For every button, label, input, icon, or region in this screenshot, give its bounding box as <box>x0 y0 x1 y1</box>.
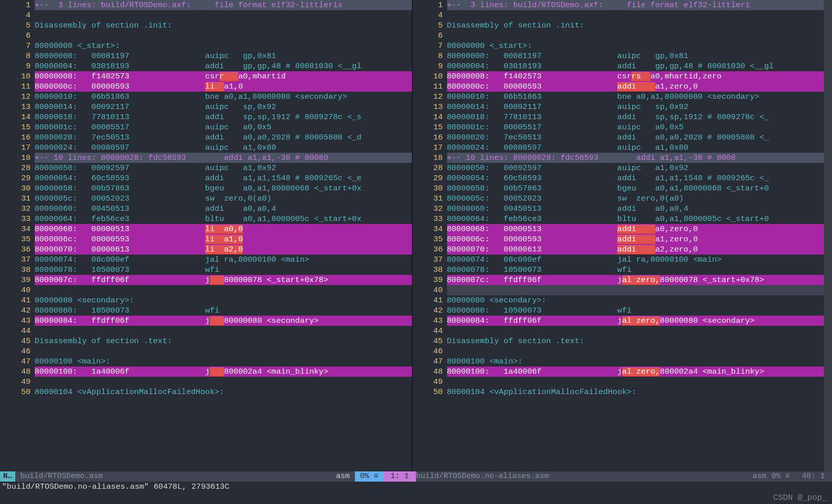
code-row[interactable]: 4280000080: 10500073 wfi <box>0 305 412 316</box>
code-row[interactable]: 780000000 <_start>: <box>0 41 412 51</box>
code-row[interactable]: 118000000c: 00000593 addi a1,zero,0 <box>412 81 824 92</box>
code-row[interactable]: 4880000100: 1a40006f jal zero,800002a4 <… <box>412 367 824 377</box>
diff-pane-left[interactable]: 1+-- 3 lines: build/RTOSDemo.axf: file f… <box>0 0 412 471</box>
code-row[interactable]: 2980000054: 60c58593 addi a1,a1,1548 # 8… <box>412 173 824 183</box>
code-row[interactable]: 4880000100: 1a40006f j 800002a4 <main_bl… <box>0 367 412 377</box>
code-row[interactable]: 358000006c: 00000593 li a1,0 <box>0 234 412 244</box>
code-row[interactable]: 3380000064: feb56ce3 bltu a0,a1,8000005c… <box>412 214 824 224</box>
line-content: 80000024: 00080597 auipc a1,0x80 <box>35 143 412 153</box>
code-row[interactable]: 3780000074: 08c000ef jal ra,80000100 <ma… <box>412 255 824 265</box>
code-row[interactable]: 980000004: 03018193 addi gp,gp,48 # 8008… <box>0 61 412 71</box>
code-row[interactable]: 4780000100 <main>: <box>0 356 412 367</box>
line-content: +-- 3 lines: build/RTOSDemo.axf: file fo… <box>447 0 824 10</box>
code-row[interactable]: 3280000060: 00450513 addi a0,a0,4 <box>0 204 412 214</box>
code-row[interactable]: 158000001c: 00005517 auipc a0,0x5 <box>412 122 824 132</box>
code-row[interactable]: 3780000074: 08c000ef jal ra,80000100 <ma… <box>0 255 412 265</box>
code-row[interactable]: 5Disassembly of section .init: <box>0 20 412 31</box>
code-row[interactable]: 1080000008: f1402573 csrr a0,mhartid <box>0 71 412 81</box>
line-number: 8 <box>412 51 447 61</box>
code-row[interactable]: 398000007c: ffdff06f j 80000078 <_start+… <box>0 275 412 285</box>
code-row[interactable]: 980000004: 03018193 addi gp,gp,48 # 8008… <box>412 61 824 71</box>
code-row[interactable]: 6 <box>412 31 824 41</box>
code-row[interactable]: 4 <box>412 10 824 20</box>
code-row[interactable]: 1780000024: 00080597 auipc a1,0x80 <box>412 143 824 153</box>
code-row[interactable]: 5Disassembly of section .init: <box>412 20 824 31</box>
code-row[interactable]: 6 <box>0 31 412 41</box>
code-row[interactable]: 398000007c: ffdff06f jal zero,80000078 <… <box>412 275 824 285</box>
code-row[interactable]: 3480000068: 00000513 addi a0,zero,0 <box>412 224 824 234</box>
code-row[interactable]: 2980000054: 60c58593 addi a1,a1,1548 # 8… <box>0 173 412 183</box>
code-row[interactable]: 318000005c: 00052023 sw zero,0(a0) <box>0 193 412 204</box>
code-row[interactable]: 46 <box>412 346 824 356</box>
code-row[interactable]: 3880000078: 10500073 wfi <box>0 265 412 275</box>
code-row[interactable]: 2880000050: 00092597 auipc a1,0x92 <box>0 163 412 173</box>
line-number: 5 <box>412 20 447 31</box>
code-row[interactable]: 4380000084: ffdff06f j 80000080 <seconda… <box>0 316 412 326</box>
line-number: 12 <box>0 92 35 102</box>
code-row[interactable]: 4780000100 <main>: <box>412 356 824 367</box>
code-row[interactable]: 40 <box>412 285 824 295</box>
code-row[interactable]: 1380000014: 00092117 auipc sp,0x92 <box>412 102 824 112</box>
code-row[interactable]: 49 <box>412 377 824 387</box>
line-content: 80000014: 00092117 auipc sp,0x92 <box>447 102 824 112</box>
code-row[interactable]: 3280000060: 00450513 addi a0,a0,4 <box>412 204 824 214</box>
code-row[interactable]: 4 <box>0 10 412 20</box>
line-number: 16 <box>0 132 35 143</box>
line-content: 80000020: 7ec50513 addi a0,a0,2028 # 800… <box>35 132 412 143</box>
fold-marker[interactable]: +-- 3 lines: build/RTOSDemo.axf: file fo… <box>35 1 343 10</box>
code-row[interactable]: 2880000050: 00092597 auipc a1,0x92 <box>412 163 824 173</box>
fold-marker[interactable]: +-- 3 lines: build/RTOSDemo.axf: file fo… <box>447 1 750 10</box>
code-row[interactable]: 1+-- 3 lines: build/RTOSDemo.axf: file f… <box>412 0 824 10</box>
code-row[interactable]: 1+-- 3 lines: build/RTOSDemo.axf: file f… <box>0 0 412 10</box>
code-row[interactable]: 3480000068: 00000513 li a0,0 <box>0 224 412 234</box>
code-row[interactable]: 1680000020: 7ec50513 addi a0,a0,2028 # 8… <box>412 132 824 143</box>
code-row[interactable]: 40 <box>0 285 412 295</box>
line-number: 30 <box>0 183 35 193</box>
code-row[interactable]: 1780000024: 00080597 auipc a1,0x80 <box>0 143 412 153</box>
code-row[interactable]: 4380000084: ffdff06f jal zero,80000080 <… <box>412 316 824 326</box>
diff-pane-right[interactable]: 1+-- 3 lines: build/RTOSDemo.axf: file f… <box>412 0 824 471</box>
code-row[interactable]: 1680000020: 7ec50513 addi a0,a0,2028 # 8… <box>0 132 412 143</box>
line-number: 6 <box>412 31 447 41</box>
code-row[interactable]: 45Disassembly of section .text: <box>412 336 824 346</box>
line-number: 6 <box>0 31 35 41</box>
code-row[interactable]: 3380000064: feb56ce3 bltu a0,a1,8000005c… <box>0 214 412 224</box>
code-row[interactable]: 4180000080 <secondary>: <box>0 295 412 305</box>
code-row[interactable]: 4280000080: 10500073 wfi <box>412 305 824 316</box>
line-content: Disassembly of section .text: <box>35 336 412 346</box>
code-row[interactable]: 3680000070: 00000613 addi a2,zero,0 <box>412 244 824 255</box>
code-row[interactable]: 49 <box>0 377 412 387</box>
scrollbar[interactable] <box>824 0 832 471</box>
line-content: 80000008: f1402573 csrr a0,mhartid <box>35 71 412 81</box>
code-row[interactable]: 18+-- 10 lines: 80000028: fdc58593 addi … <box>412 153 824 163</box>
code-row[interactable]: 1280000010: 06b51863 bne a0,a1,80000080 … <box>0 92 412 102</box>
code-row[interactable]: 158000001c: 00005517 auipc a0,0x5 <box>0 122 412 132</box>
code-row[interactable]: 1480000018: 77810113 addi sp,sp,1912 # 8… <box>412 112 824 122</box>
code-row[interactable]: 3080000058: 00b57863 bgeu a0,a1,80000068… <box>412 183 824 193</box>
code-row[interactable]: 3680000070: 00000613 li a2,0 <box>0 244 412 255</box>
code-row[interactable]: 18+-- 10 lines: 80000028: fdc58593 addi … <box>0 153 412 163</box>
code-row[interactable]: 44 <box>412 326 824 336</box>
code-row[interactable]: 780000000 <_start>: <box>412 41 824 51</box>
code-row[interactable]: 4180000080 <secondary>: <box>412 295 824 305</box>
code-row[interactable]: 5080000104 <vApplicationMallocFailedHook… <box>0 387 412 397</box>
code-row[interactable]: 358000006c: 00000593 addi a1,zero,0 <box>412 234 824 244</box>
code-row[interactable]: 318000005c: 00052023 sw zero,0(a0) <box>412 193 824 204</box>
code-row[interactable]: 3080000058: 00b57863 bgeu a0,a1,80000068… <box>0 183 412 193</box>
code-row[interactable]: 5080000104 <vApplicationMallocFailedHook… <box>412 387 824 397</box>
code-row[interactable]: 46 <box>0 346 412 356</box>
code-row[interactable]: 1380000014: 00092117 auipc sp,0x92 <box>0 102 412 112</box>
code-row[interactable]: 1280000010: 06b51863 bne a0,a1,80000080 … <box>412 92 824 102</box>
code-row[interactable]: 880000000: 00081197 auipc gp,0x81 <box>412 51 824 61</box>
code-row[interactable]: 1080000008: f1402573 csrrs a0,mhartid,ze… <box>412 71 824 81</box>
line-number: 47 <box>412 356 447 367</box>
code-row[interactable]: 45Disassembly of section .text: <box>0 336 412 346</box>
code-row[interactable]: 118000000c: 00000593 li a1,0 <box>0 81 412 92</box>
fold-marker[interactable]: +-- 10 lines: 80000028: fdc58593 addi a1… <box>447 153 736 162</box>
code-row[interactable]: 1480000018: 77810113 addi sp,sp,1912 # 8… <box>0 112 412 122</box>
code-row[interactable]: 880000000: 00081197 auipc gp,0x81 <box>0 51 412 61</box>
fold-marker[interactable]: +-- 10 lines: 80000028: fdc58593 addi a1… <box>35 153 328 162</box>
command-line[interactable]: "build/RTOSDemo.no-aliases.asm" 60478L, … <box>0 482 832 492</box>
code-row[interactable]: 44 <box>0 326 412 336</box>
code-row[interactable]: 3880000078: 10500073 wfi <box>412 265 824 275</box>
